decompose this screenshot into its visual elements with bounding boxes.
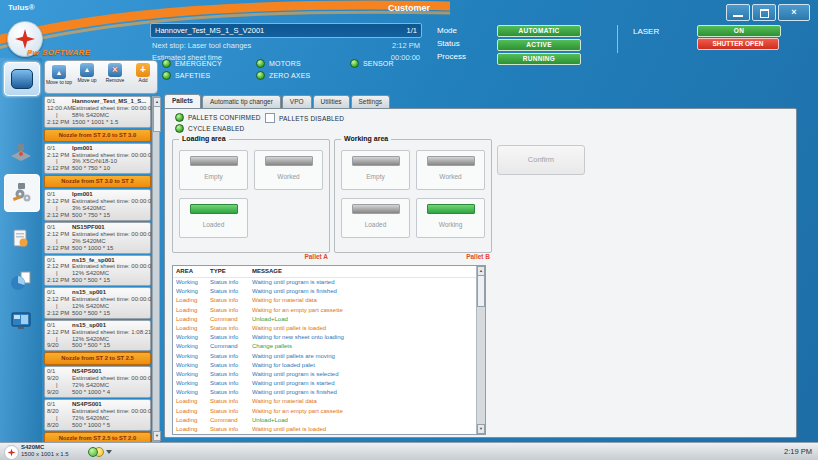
job-timeline-pipe: |: [47, 382, 72, 389]
message-row: Loading Status info Waiting for an empty…: [173, 306, 485, 315]
pallet-card-label: Worked: [417, 173, 484, 180]
pallet-card-label: Worked: [255, 173, 322, 180]
status-value-button[interactable]: ACTIVE: [497, 39, 581, 51]
maximize-button[interactable]: [752, 4, 776, 21]
scroll-down-icon[interactable]: ▼: [477, 424, 485, 434]
laser-shutter-button[interactable]: SHUTTER OPEN: [697, 38, 779, 50]
pallet-card[interactable]: Worked: [254, 150, 323, 190]
message-type: Command: [210, 315, 252, 324]
queue-toolbar-button[interactable]: Add: [130, 63, 157, 83]
message-row: Loading Status info Waiting for material…: [173, 296, 485, 305]
queue-item[interactable]: 0/1NS4PS001 9/20Estimated sheet time: 00…: [44, 366, 151, 398]
job-name: ns15_sp001: [72, 289, 106, 296]
confirm-button[interactable]: Confirm: [497, 145, 585, 175]
queue-item[interactable]: 0/1NS15PF001 2:12 PMEstimated sheet time…: [44, 222, 151, 254]
queue-item[interactable]: 0/1lpm001 2:12 PMEstimated sheet time: 0…: [44, 189, 151, 221]
message-row: Working Status info Waiting until progra…: [173, 388, 485, 397]
scrollbar-thumb[interactable]: [477, 275, 485, 307]
indicator-label: SAFETIES: [175, 72, 210, 79]
scroll-down-icon[interactable]: ▼: [153, 431, 161, 441]
job-count: 0/1: [47, 289, 72, 296]
sidebar-item-home[interactable]: [4, 62, 40, 96]
tab[interactable]: Automatic tip changer: [202, 95, 281, 108]
job-dimensions: 500 * 750 * 15: [72, 212, 110, 219]
job-timeline-pipe: |: [47, 205, 72, 212]
job-time-start: 9/20: [47, 375, 72, 382]
tab[interactable]: Utilities: [313, 95, 350, 108]
message-row: Loading Status info Waiting for material…: [173, 397, 485, 406]
pallets-disabled-checkbox[interactable]: [265, 113, 275, 123]
sidebar-item-documents[interactable]: [4, 223, 38, 255]
pallet-card-label: Working: [417, 221, 484, 228]
pallet-card[interactable]: Empty: [179, 150, 248, 190]
machine-status-icon[interactable]: [88, 447, 112, 456]
job-time-end: 2:12 PM: [47, 310, 72, 317]
minimize-icon: [733, 15, 743, 17]
queue-toolbar-button[interactable]: Move to top: [46, 63, 73, 85]
mode-label: Mode: [437, 26, 466, 35]
queue-item[interactable]: | Nozzle from ST 2.0 to ST 3.0: [44, 129, 151, 142]
queue-scrollbar[interactable]: ▲ ▼: [152, 96, 160, 442]
process-value-button[interactable]: RUNNING: [497, 53, 581, 65]
sidebar-item-machine[interactable]: [4, 136, 38, 168]
tab[interactable]: Pallets: [164, 94, 201, 108]
pallet-status-bar: [427, 204, 475, 214]
pie-chart-icon: [9, 269, 33, 293]
queue-item[interactable]: | Nozzle from ST 2 to ST 2.5: [44, 352, 151, 365]
queue-item[interactable]: 0/1Hannover_Test_MS_1_S... 12:00 AMEstim…: [44, 96, 151, 128]
message-area: Working: [173, 333, 210, 342]
laser-on-button[interactable]: ON: [697, 25, 781, 37]
queue-toolbar: Move to top Move up Remove Add: [44, 60, 158, 94]
message-area: Working: [173, 379, 210, 388]
process-label: Process: [437, 52, 466, 61]
column-header: MESSAGE: [252, 266, 485, 277]
message-area: Loading: [173, 315, 210, 324]
loading-area-group: Loading area Empty Worked Loaded: [172, 139, 330, 253]
tab[interactable]: VPO: [282, 95, 312, 108]
table-scrollbar[interactable]: ▲ ▼: [476, 266, 485, 434]
mode-value-button[interactable]: AUTOMATIC: [497, 25, 581, 37]
job-card: 0/1ns15_sp001 2:12 PMEstimated sheet tim…: [47, 289, 148, 317]
queue-item[interactable]: | Nozzle from ST 3.0 to ST 2: [44, 175, 151, 188]
job-material: 12% S420MC: [72, 303, 109, 310]
job-timeline-pipe: |: [47, 238, 72, 245]
queue-item[interactable]: | Nozzle from ST 2.5 to ST 2.0: [44, 432, 151, 442]
pallet-card[interactable]: Loaded: [179, 198, 248, 238]
message-row: Working Status info Waiting until progra…: [173, 278, 485, 287]
queue-item[interactable]: 0/1ns15_sp001 2:12 PMEstimated sheet tim…: [44, 320, 151, 352]
job-count: 0/1: [47, 145, 72, 152]
job-est-time: Estimated sheet time: 1:08:21.3: [72, 329, 151, 336]
queue-toolbar-button[interactable]: Remove: [102, 63, 129, 83]
message-area: Loading: [173, 296, 210, 305]
green-led-icon: [162, 59, 171, 68]
status-bar: S420MC 1500 x 1001 x 1.5 2:19 PM: [0, 442, 818, 460]
green-led-icon: [256, 59, 265, 68]
queue-item[interactable]: 0/1NS4PS001 8/20Estimated sheet time: 00…: [44, 399, 151, 431]
process-gears-icon: [10, 181, 34, 205]
pallet-card[interactable]: Empty: [341, 150, 410, 190]
job-material: 3% S420MC: [72, 205, 106, 212]
star-icon: [8, 449, 16, 457]
message-area: Loading: [173, 306, 210, 315]
scrollbar-thumb[interactable]: [153, 106, 161, 132]
message-text: Waiting for an empty part cassette: [252, 306, 485, 315]
close-button[interactable]: ×: [778, 4, 810, 21]
pallet-card[interactable]: Worked: [416, 150, 485, 190]
minimize-button[interactable]: [726, 4, 750, 21]
pallet-card[interactable]: Working: [416, 198, 485, 238]
toolbar-button-label: Add: [130, 78, 157, 83]
message-type: Status info: [210, 388, 252, 397]
active-job-name-box[interactable]: Hannover_Test_MS_1_S_V2001 1/1: [150, 23, 422, 38]
queue-item[interactable]: 0/1ns15_sp001 2:12 PMEstimated sheet tim…: [44, 287, 151, 319]
sidebar-item-process[interactable]: [4, 174, 40, 212]
status-label: Status: [437, 39, 466, 48]
tab[interactable]: Settings: [351, 95, 391, 108]
indicator: EMERGENCY: [162, 59, 224, 68]
sidebar-item-reports[interactable]: [4, 265, 38, 297]
queue-item[interactable]: 0/1lpm001 2:12 PMEstimated sheet time: 0…: [44, 143, 151, 175]
sidebar-item-monitor[interactable]: [4, 305, 38, 337]
pallet-card[interactable]: Loaded: [341, 198, 410, 238]
document-icon: [9, 227, 33, 251]
queue-toolbar-button[interactable]: Move up: [74, 63, 101, 83]
queue-item[interactable]: 0/1ns15_fe_sp001 2:12 PMEstimated sheet …: [44, 255, 151, 287]
